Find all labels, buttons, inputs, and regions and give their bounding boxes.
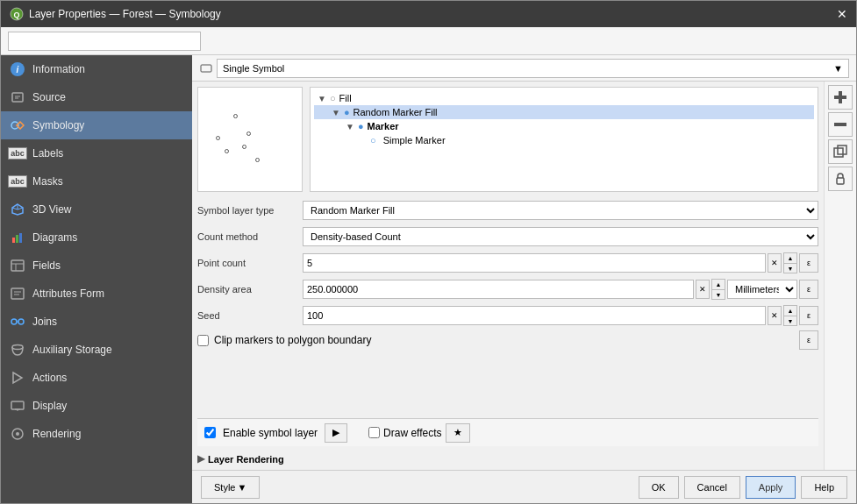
draw-effects-checkbox[interactable]	[368, 427, 380, 438]
layer-rendering-arrow: ▶	[197, 453, 204, 465]
sidebar-item-attributes-form[interactable]: Attributes Form	[1, 280, 192, 308]
display-icon	[10, 398, 25, 414]
point-count-clear-button[interactable]: ✕	[768, 253, 782, 273]
density-area-clear-button[interactable]: ✕	[696, 280, 710, 299]
sidebar-item-3dview[interactable]: 3D View	[1, 195, 192, 224]
clip-expression-button[interactable]: ε	[799, 330, 818, 350]
sidebar-item-information[interactable]: i Information	[1, 55, 192, 83]
symbol-layer-type-label: Symbol layer type	[197, 205, 303, 216]
sidebar-label-information: Information	[32, 63, 85, 75]
count-method-select[interactable]: Density-based Count	[303, 227, 818, 246]
apply-button[interactable]: Apply	[746, 476, 796, 499]
tree-label-marker: Marker	[368, 121, 399, 131]
density-area-input[interactable]	[303, 280, 694, 299]
density-area-up-button[interactable]: ▲	[712, 280, 725, 289]
svg-rect-13	[19, 233, 22, 243]
svg-rect-11	[12, 238, 15, 243]
tree-item-simple-marker[interactable]: ○ Simple Marker	[314, 133, 814, 147]
seed-expression-button[interactable]: ε	[799, 306, 818, 325]
svg-rect-35	[838, 146, 846, 154]
tree-item-fill[interactable]: ▼ ○ Fill	[314, 91, 814, 105]
help-button[interactable]: Help	[801, 476, 847, 499]
seed-down-button[interactable]: ▼	[784, 316, 796, 325]
sidebar-label-diagrams: Diagrams	[32, 231, 77, 244]
style-button[interactable]: Style ▼	[201, 476, 260, 499]
seed-spinner: ▲ ▼	[783, 305, 797, 326]
sidebar-label-actions: Actions	[32, 372, 67, 384]
sidebar-item-masks[interactable]: abc Masks	[1, 167, 192, 195]
svg-line-9	[18, 208, 23, 209]
sidebar-item-diagrams[interactable]: Diagrams	[1, 224, 192, 252]
sidebar-item-labels[interactable]: abc Labels	[1, 139, 192, 167]
enable-options-icon: ▶	[332, 427, 339, 438]
add-icon	[833, 90, 847, 104]
lock-layer-button[interactable]	[828, 167, 853, 191]
point-count-input[interactable]	[303, 253, 766, 273]
ok-button[interactable]: OK	[639, 476, 679, 499]
cancel-button[interactable]: Cancel	[684, 476, 740, 499]
density-unit-select[interactable]: Millimeters	[727, 280, 797, 299]
enable-symbol-layer-checkbox[interactable]	[204, 427, 216, 438]
svg-point-20	[11, 319, 17, 324]
density-area-spinner: ▲ ▼	[711, 279, 725, 300]
close-button[interactable]: ✕	[837, 7, 847, 21]
seed-input[interactable]	[303, 306, 766, 325]
sidebar-item-auxiliary-storage[interactable]: Auxiliary Storage	[1, 336, 192, 364]
svg-marker-24	[13, 373, 22, 383]
sidebar-label-source: Source	[32, 91, 66, 103]
point-count-spinner: ▲ ▼	[783, 252, 797, 273]
point-count-up-button[interactable]: ▲	[784, 253, 796, 263]
draw-effects-options-button[interactable]: ★	[446, 423, 470, 443]
svg-rect-30	[201, 65, 211, 72]
clip-checkbox-row: Clip markers to polygon boundary ε	[197, 330, 818, 350]
style-arrow-icon: ▼	[237, 482, 246, 493]
point-count-expression-button[interactable]: ε	[799, 253, 818, 273]
duplicate-layer-button[interactable]	[828, 139, 853, 164]
tree-item-random-marker-fill[interactable]: ▼ ● Random Marker Fill	[314, 105, 814, 119]
sidebar-item-joins[interactable]: Joins	[1, 308, 192, 336]
duplicate-icon	[833, 145, 847, 159]
point-count-control: ✕ ▲ ▼ ε	[303, 252, 818, 273]
tree-item-marker[interactable]: ▼ ● Marker	[314, 119, 814, 133]
clip-checkbox[interactable]	[197, 335, 209, 346]
actions-icon	[10, 370, 25, 386]
density-area-expression-button[interactable]: ε	[799, 280, 818, 299]
sidebar-item-fields[interactable]: Fields	[1, 252, 192, 280]
sidebar-label-auxiliary-storage: Auxiliary Storage	[32, 344, 112, 356]
density-area-label: Density area	[197, 284, 303, 295]
enable-options-button[interactable]: ▶	[325, 423, 347, 443]
footer-right: OK Cancel Apply Help	[639, 476, 847, 499]
style-button-label: Style	[214, 482, 235, 493]
symbol-type-dropdown[interactable]: Single Symbol ▼	[217, 59, 849, 78]
remove-layer-button[interactable]	[828, 112, 853, 137]
search-input[interactable]	[8, 32, 201, 51]
draw-effects-group: Draw effects ★	[368, 423, 469, 443]
tree-icon-sm: ○	[370, 135, 376, 146]
seed-up-button[interactable]: ▲	[784, 306, 796, 316]
add-layer-button[interactable]	[828, 85, 853, 110]
seed-row: Seed ✕ ▲ ▼ ε	[197, 304, 818, 327]
source-icon	[10, 89, 25, 105]
density-area-down-button[interactable]: ▼	[712, 289, 725, 299]
layer-rendering-label: Layer Rendering	[208, 454, 284, 465]
sidebar-item-actions[interactable]: Actions	[1, 364, 192, 392]
sidebar-item-source[interactable]: Source	[1, 83, 192, 111]
marker-dot	[216, 136, 220, 140]
lock-icon	[833, 172, 847, 186]
marker-dot	[225, 149, 229, 153]
svg-point-29	[16, 432, 19, 436]
sidebar-item-display[interactable]: Display	[1, 392, 192, 420]
enable-symbol-layer-label: Enable symbol layer	[223, 427, 318, 439]
svg-rect-34	[834, 148, 843, 157]
layer-rendering-header[interactable]: ▶ Layer Rendering	[197, 453, 818, 465]
symbol-layer-type-select[interactable]: Random Marker Fill	[303, 201, 818, 220]
point-count-down-button[interactable]: ▼	[784, 263, 796, 273]
clip-checkbox-label: Clip markers to polygon boundary	[214, 334, 371, 346]
sidebar-item-rendering[interactable]: Rendering	[1, 420, 192, 448]
sidebar-item-symbology[interactable]: Symbology	[1, 111, 192, 139]
sidebar-label-joins: Joins	[32, 316, 57, 328]
diagrams-icon	[10, 230, 25, 245]
symbol-tree: ▼ ○ Fill ▼ ● Random Marker Fill	[310, 87, 818, 192]
seed-clear-button[interactable]: ✕	[768, 306, 782, 325]
svg-point-23	[12, 345, 23, 350]
